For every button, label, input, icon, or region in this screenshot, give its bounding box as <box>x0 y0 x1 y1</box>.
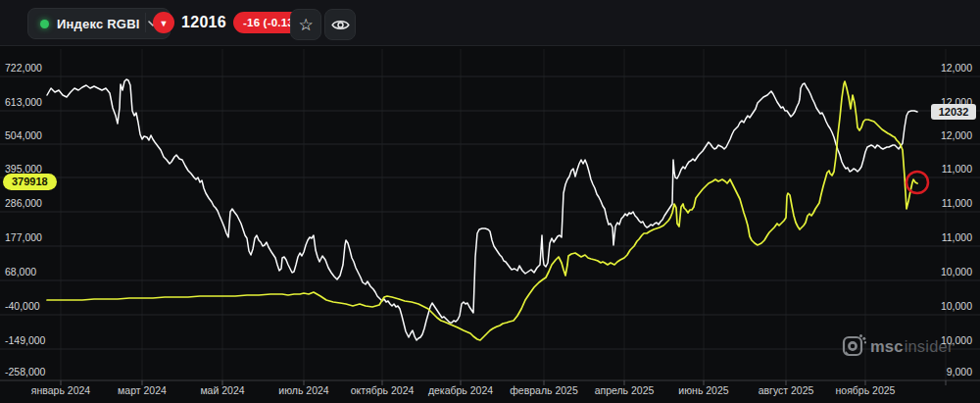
white-series-value-tag: 12032 <box>931 104 976 120</box>
toolbar: Индекс RGBI ▼ 12016 -16 (-0.13%) ☆ <box>0 0 980 46</box>
x-axis-label: май 2024 <box>200 384 244 397</box>
x-axis-label: март 2024 <box>118 384 167 397</box>
divider <box>145 13 146 32</box>
left-axis-label: 722,000 <box>5 62 42 75</box>
right-axis-label: 11,000 <box>942 163 972 176</box>
right-axis-label: 12,000 <box>941 62 972 75</box>
mscinsider-logo-icon <box>841 333 866 359</box>
star-icon: ☆ <box>298 17 313 33</box>
favorite-button[interactable]: ☆ <box>290 9 321 40</box>
left-axis-label: 286,000 <box>5 197 42 210</box>
right-axis-label: 12,000 <box>941 129 972 142</box>
right-axis-label: 11,000 <box>942 197 972 210</box>
right-axis-label: 10,000 <box>941 300 972 313</box>
x-axis-label: апрель 2025 <box>595 384 655 397</box>
right-axis-label: 10,000 <box>941 266 972 278</box>
watermark: mscinsider <box>841 333 954 359</box>
instrument-selector[interactable]: Индекс RGBI <box>27 8 171 39</box>
left-axis-label: 613,000 <box>5 96 42 109</box>
left-axis-label: 68,000 <box>5 266 36 278</box>
right-axis-label: 10,000 <box>941 334 972 347</box>
x-axis-label: июнь 2025 <box>678 384 728 397</box>
watchlist-button[interactable] <box>324 9 356 40</box>
x-axis-label: август 2025 <box>759 384 814 397</box>
chart-screen: mscinsider 722,000613,000504,000395,0002… <box>0 0 980 403</box>
left-axis-label: -40,000 <box>5 300 40 313</box>
yellow-series-value-tag: 379918 <box>3 174 57 190</box>
x-axis-label: ноябрь 2025 <box>836 384 896 397</box>
chart-plot-area[interactable] <box>0 0 980 403</box>
left-axis-label: -149,000 <box>5 334 45 347</box>
x-axis-label: декабрь 2024 <box>428 384 493 397</box>
last-price: 12016 <box>181 14 226 31</box>
x-axis-label: январь 2024 <box>31 384 90 397</box>
left-axis-label: 504,000 <box>5 129 42 142</box>
x-axis-label: февраль 2025 <box>510 384 578 397</box>
watermark-text-bold: msc <box>870 337 904 356</box>
left-axis-label: 177,000 <box>5 231 42 244</box>
right-axis-label: 11,000 <box>942 231 972 244</box>
x-axis-label: июль 2024 <box>278 384 328 397</box>
right-axis-label: 9,000 <box>947 366 972 378</box>
price-down-icon: ▼ <box>153 12 174 33</box>
instrument-name: Индекс RGBI <box>57 17 140 31</box>
eye-icon <box>331 19 350 31</box>
left-axis-label: -258,000 <box>5 366 45 378</box>
status-dot-icon <box>40 20 49 28</box>
x-axis-label: октябрь 2024 <box>351 384 415 397</box>
